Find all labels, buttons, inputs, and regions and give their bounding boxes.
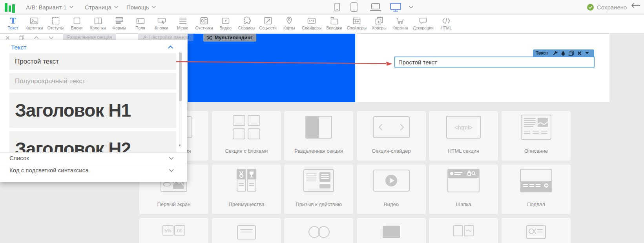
multilanding-tag[interactable]: Мультилендинг <box>203 34 256 42</box>
template-card[interactable] <box>284 218 353 243</box>
element-settings-button[interactable] <box>553 51 558 56</box>
blocks4-icon <box>228 113 265 141</box>
chevron-down-icon <box>114 6 118 8</box>
menu-page[interactable]: Страница <box>85 0 118 14</box>
template-card[interactable] <box>429 218 498 243</box>
element-more-button[interactable] <box>585 52 589 54</box>
template-card-split[interactable]: Разделенная секция <box>284 111 353 161</box>
menu-help[interactable]: Помощь <box>126 0 156 14</box>
template-card-slider[interactable]: Секция-слайдер <box>357 111 426 161</box>
text-element[interactable]: Простой текст <box>394 57 595 68</box>
device-desktop-button[interactable] <box>390 0 401 14</box>
panel-section-list[interactable]: Список <box>0 153 187 163</box>
scrollbar-thumb[interactable] <box>179 53 182 101</box>
back-button[interactable] <box>631 3 640 8</box>
arrow-left-icon <box>631 3 640 8</box>
svg-text:00: 00 <box>177 228 182 234</box>
toolbar-item-menu[interactable]: Меню <box>172 15 193 30</box>
toolbar-item-tabs[interactable]: Вкладки <box>324 15 345 30</box>
headersec-icon <box>445 167 482 194</box>
buttons-icon <box>157 16 167 26</box>
device-mode-dropdown[interactable] <box>409 0 413 14</box>
app-logo-icon[interactable] <box>5 2 16 12</box>
toolbar-item-images[interactable]: Картинки <box>24 15 45 30</box>
top-header: A/B: Вариант 1 Страница Помощь Сохран <box>0 0 644 15</box>
close-icon <box>577 51 582 55</box>
social-icon <box>263 16 273 26</box>
toolbar-item-label: Декорации <box>413 26 434 30</box>
shuffle-icon <box>206 35 212 40</box>
panel-collapse-button[interactable] <box>168 46 173 49</box>
toolbar-item-label: HTML <box>441 26 452 30</box>
panel-title[interactable]: Текст <box>11 44 26 51</box>
desktop-icon <box>390 3 401 12</box>
toolbar-item-services[interactable]: Сервисы <box>236 15 257 30</box>
darkrect-icon <box>372 220 410 243</box>
template-card-htmlsec[interactable]: <html>HTML секция <box>429 111 498 161</box>
template-card-blocks4[interactable]: Секция с блоками <box>212 111 281 161</box>
toolbar-item-decor[interactable]: Декорации <box>411 15 436 30</box>
toolbar-item-blocks[interactable]: Блоки <box>66 15 88 30</box>
menu-ab-variant[interactable]: A/B: Вариант 1 <box>26 0 73 14</box>
template-card-desc[interactable]: Описание <box>502 111 571 161</box>
section-move-up-icon[interactable] <box>34 36 39 39</box>
element-delete-button[interactable] <box>577 51 582 55</box>
template-card-headersec[interactable]: Шапка <box>429 164 498 214</box>
toolbar-item-margins[interactable]: Отступы <box>45 15 66 30</box>
toolbar-item-buttons[interactable]: Кнопки <box>151 15 172 30</box>
panel-item-plain[interactable]: Простой текст <box>9 53 176 70</box>
template-card-advantages[interactable]: Преимущества <box>212 164 281 214</box>
panel-items-list: Простой текстПолупрозрачный текстЗаголов… <box>0 51 187 152</box>
template-card-videosec[interactable]: Видео <box>357 164 426 214</box>
toolbar-item-columns[interactable]: Колонки <box>88 15 109 30</box>
template-card-footersec[interactable]: Подвал <box>502 164 571 214</box>
panel-item-h2[interactable]: Заголовок H2 <box>9 131 176 152</box>
panel-section-label: Список <box>9 155 29 161</box>
toolbar-item-label: Карты <box>283 26 295 30</box>
toolbar-item-video[interactable]: Видео <box>215 15 236 30</box>
section-duplicate-icon[interactable] <box>19 35 24 40</box>
toolbar-item-sliders[interactable]: Слайдеры <box>300 15 324 30</box>
element-style-button[interactable] <box>561 51 565 56</box>
toolbar-item-hovers[interactable]: Ховеры <box>369 15 390 30</box>
device-laptop-button[interactable] <box>370 0 381 14</box>
panel-item-muted[interactable]: Полупрозрачный текст <box>9 73 176 90</box>
template-card[interactable] <box>502 218 571 243</box>
element-duplicate-button[interactable] <box>569 51 574 56</box>
toolbar-item-fields[interactable]: Поля <box>130 15 151 30</box>
card-label: Секция с блоками <box>212 148 281 154</box>
chevron-down-icon <box>169 157 174 160</box>
images-icon <box>29 16 39 26</box>
template-card[interactable] <box>212 218 281 243</box>
toolbar-item-label: Отступы <box>47 26 64 30</box>
toolbar-item-spoilers[interactable]: Спойлеры <box>345 15 369 30</box>
services-icon <box>242 16 252 26</box>
section-move-down-icon[interactable] <box>49 36 54 39</box>
desc-icon <box>517 113 555 141</box>
template-card-cta[interactable]: Призыв к действию <box>284 164 353 214</box>
toolbar-item-forms[interactable]: Формы <box>109 15 130 30</box>
toolbar-item-label: Вкладки <box>327 26 342 30</box>
wrench-icon <box>553 51 558 56</box>
toolbar-item-cart[interactable]: Корзина <box>390 15 411 30</box>
scroll-down-icon[interactable]: ▼ <box>178 144 181 147</box>
cart-icon <box>395 16 405 26</box>
panel-item-h1[interactable]: Заголовок H1 <box>9 93 176 128</box>
toolbar-item-social[interactable]: Соц-сети <box>257 15 279 30</box>
canvas-blue-section[interactable] <box>188 33 355 102</box>
template-card[interactable]: 5%00 <box>139 218 208 243</box>
toolbar-item-label: Формы <box>112 26 126 30</box>
device-phone-button[interactable] <box>334 0 340 14</box>
toolbar-item-maps[interactable]: Карты <box>279 15 300 30</box>
device-tablet-button[interactable] <box>350 0 358 14</box>
multilanding-label: Мультилендинг <box>215 35 252 40</box>
toolbar-item-html[interactable]: HTML <box>436 15 457 30</box>
card-label: Описание <box>502 148 571 154</box>
panel-section-code[interactable]: Код с подсветкой синтаксиса <box>0 165 187 175</box>
toolbar-item-text[interactable]: TТекст <box>2 15 24 30</box>
section-delete-icon[interactable] <box>5 36 10 40</box>
template-card[interactable] <box>357 218 426 243</box>
toolbar-item-counters[interactable]: Счетчики <box>193 15 215 30</box>
scroll-up-icon[interactable]: ▲ <box>178 51 181 55</box>
toolbar-item-label: Слайдеры <box>302 26 322 30</box>
